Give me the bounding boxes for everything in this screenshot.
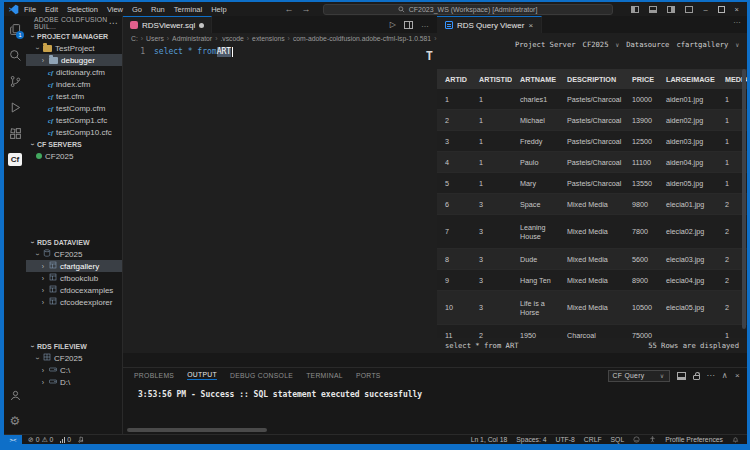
- table-row[interactable]: 4 1 Paulo Pastels/Charcoal 11100 aiden04…: [437, 152, 747, 173]
- coldfusion-extension-icon[interactable]: Cf: [4, 146, 26, 172]
- table-row[interactable]: 3 1 Freddy Pastels/Charcoal 12500 aiden0…: [437, 131, 747, 152]
- vertical-scrollbar[interactable]: [742, 69, 746, 329]
- tree-item-cfcodeexplorer[interactable]: › cfcodeexplorer: [26, 296, 122, 308]
- menu-view[interactable]: View: [107, 5, 123, 14]
- tab-rdsviewer-sql[interactable]: RDSViewer.sql: [123, 16, 212, 33]
- tree-item-file[interactable]: cf test.cfm: [26, 90, 122, 102]
- table-row[interactable]: 6 3 Space Mixed Media 9800 elecia01.jpg …: [437, 194, 747, 215]
- sidebar-more-icon[interactable]: ⋯: [109, 18, 118, 28]
- tree-item-file[interactable]: cf index.cfm: [26, 78, 122, 90]
- panel-more-actions-icon[interactable]: …: [733, 16, 747, 33]
- section-rds-dataview[interactable]: ›RDS DATAVIEW: [26, 236, 122, 248]
- table-row[interactable]: 8 3 Dude Mixed Media 5600 elecia03.jpg 2: [437, 249, 747, 270]
- source-control-icon[interactable]: [4, 68, 26, 94]
- remote-indicator[interactable]: ><: [4, 435, 22, 444]
- menu-help[interactable]: Help: [211, 5, 226, 14]
- table-row[interactable]: 10 3 Life is a Horse Mixed Media 10500 e…: [437, 291, 747, 325]
- tree-item-cf-server[interactable]: CF2025: [26, 150, 122, 162]
- cursor-position[interactable]: Ln 1, Col 18: [471, 436, 508, 443]
- command-center-search[interactable]: CF2023_WS (Workspace) [Administrator]: [323, 4, 613, 15]
- toggle-secondary-sidebar-icon[interactable]: [667, 6, 675, 13]
- account-icon[interactable]: [4, 382, 26, 408]
- clear-output-icon[interactable]: [677, 372, 686, 380]
- column-header[interactable]: ARTISTID: [471, 75, 512, 84]
- chevron-down-icon[interactable]: ∨: [735, 41, 739, 48]
- indentation[interactable]: Spaces: 4: [516, 436, 546, 443]
- section-cf-servers[interactable]: ›CF SERVERS: [26, 138, 122, 150]
- tree-item-file[interactable]: cf testComp1.cfc: [26, 114, 122, 126]
- table-row[interactable]: 2 1 Michael Pastels/Charcoal 13900 aiden…: [437, 110, 747, 131]
- music-indicator[interactable]: [78, 436, 84, 443]
- close-tab-icon[interactable]: ×: [528, 21, 533, 30]
- maximize-panel-icon[interactable]: ∧: [722, 371, 728, 380]
- close-panel-icon[interactable]: ×: [735, 371, 740, 380]
- search-view-icon[interactable]: [4, 42, 26, 68]
- run-query-icon[interactable]: ▷: [390, 20, 396, 29]
- menu-edit[interactable]: Edit: [45, 5, 58, 14]
- ports-indicator[interactable]: 0: [60, 436, 71, 443]
- tree-item-debugger[interactable]: › debugger: [26, 54, 122, 66]
- close-button[interactable]: ×: [735, 5, 739, 14]
- tree-item-testproject[interactable]: › TestProject: [26, 42, 122, 54]
- tab-ports[interactable]: PORTS: [356, 372, 381, 379]
- tab-problems[interactable]: PROBLEMS: [134, 372, 174, 379]
- table-row[interactable]: 7 3 Leaning House Mixed Media 7800 eleci…: [437, 215, 747, 249]
- run-debug-icon[interactable]: [4, 94, 26, 120]
- feedback-icon[interactable]: [633, 436, 640, 444]
- tab-output[interactable]: OUTPUT: [187, 371, 217, 380]
- column-header[interactable]: PRICE: [624, 75, 658, 84]
- menu-run[interactable]: Run: [151, 5, 165, 14]
- tree-item-file[interactable]: cf dictionary.cfm: [26, 66, 122, 78]
- notifications-bell-icon[interactable]: [732, 436, 739, 444]
- tree-item-dataview-server[interactable]: › CF2025: [26, 248, 122, 260]
- panel-horizontal-scrollbar[interactable]: [127, 428, 267, 432]
- errors-warnings[interactable]: ⊘0 ⚠0: [28, 436, 53, 444]
- chevron-down-icon[interactable]: ∨: [616, 41, 620, 48]
- tree-item-drive-d[interactable]: › D:\: [26, 376, 122, 388]
- language-mode[interactable]: SQL: [611, 436, 625, 443]
- customize-layout-icon[interactable]: [685, 6, 693, 13]
- tree-item-cfbookclub[interactable]: › cfbookclub: [26, 272, 122, 284]
- tree-item-fileview-server[interactable]: › CF2025: [26, 352, 122, 364]
- back-arrow-icon[interactable]: ←: [285, 4, 294, 14]
- menu-go[interactable]: Go: [132, 5, 142, 14]
- extensions-icon[interactable]: [4, 120, 26, 146]
- tree-item-cfdocexamples[interactable]: › cfdocexamples: [26, 284, 122, 296]
- accessibility-icon[interactable]: [649, 436, 656, 444]
- minimize-button[interactable]: –: [703, 5, 707, 14]
- table-row[interactable]: 9 3 Hang Ten Mixed Media 8900 elecia04.j…: [437, 270, 747, 291]
- split-editor-icon[interactable]: [404, 21, 413, 29]
- maximize-button[interactable]: [718, 6, 725, 13]
- table-row[interactable]: 11 2 1950 Charcoal 75000 1: [437, 325, 747, 338]
- toggle-panel-icon[interactable]: [649, 6, 657, 13]
- forward-arrow-icon[interactable]: →: [302, 4, 311, 14]
- tree-item-cfartgallery[interactable]: › cfartgallery: [26, 260, 122, 272]
- profile-preferences[interactable]: Profile Preferences: [665, 436, 723, 443]
- breadcrumb[interactable]: C:› Users› Administrator› .vscode› exten…: [123, 33, 437, 43]
- tree-item-file[interactable]: cf testComp.cfm: [26, 102, 122, 114]
- eol-sequence[interactable]: CRLF: [584, 436, 602, 443]
- menu-terminal[interactable]: Terminal: [174, 5, 202, 14]
- editor-more-actions-icon[interactable]: …: [421, 20, 429, 29]
- panel-more-icon[interactable]: ⋯: [707, 371, 715, 380]
- column-header[interactable]: ARTNAME: [512, 75, 559, 84]
- code-editor[interactable]: 1 select * from ART T: [123, 47, 437, 353]
- section-rds-fileview[interactable]: ›RDS FILEVIEW: [26, 340, 122, 352]
- tab-rds-query-viewer[interactable]: RDS Query Viewer ×: [437, 16, 542, 33]
- tab-terminal[interactable]: TERMINAL: [306, 372, 343, 379]
- toggle-sidebar-icon[interactable]: [631, 6, 639, 13]
- output-channel-select[interactable]: CF Query ∨: [608, 370, 670, 382]
- settings-gear-icon[interactable]: ⚙: [4, 408, 26, 434]
- tree-item-file[interactable]: cf testComp10.cfc: [26, 126, 122, 138]
- column-header[interactable]: LARGEIMAGE: [658, 75, 717, 84]
- tab-debug-console[interactable]: DEBUG CONSOLE: [230, 372, 293, 379]
- menu-selection[interactable]: Selection: [67, 5, 98, 14]
- section-project-manager[interactable]: ›PROJECT MANAGER: [26, 30, 122, 42]
- encoding[interactable]: UTF-8: [556, 436, 575, 443]
- lock-scroll-icon[interactable]: [693, 375, 700, 380]
- table-row[interactable]: 5 1 Mary Pastels/Charcoal 13550 aiden05.…: [437, 173, 747, 194]
- table-row[interactable]: 1 1 charles1 Pastels/Charcoal 10000 aide…: [437, 89, 747, 110]
- tree-item-drive-c[interactable]: › C:\: [26, 364, 122, 376]
- explorer-icon[interactable]: 1: [4, 16, 26, 42]
- datasource-select[interactable]: cfartgallery: [676, 40, 728, 49]
